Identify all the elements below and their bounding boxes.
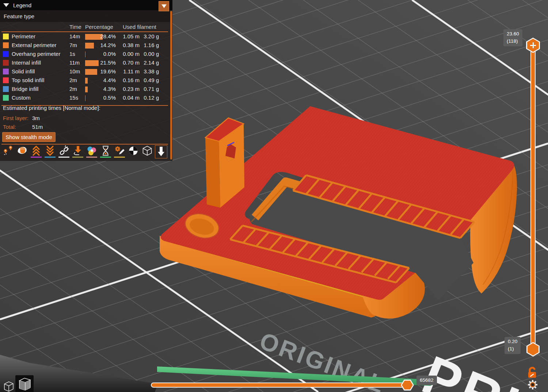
toolbar-icon-deretractions[interactable] xyxy=(44,145,56,158)
feature-time: 14m xyxy=(69,33,80,39)
feature-filament-length: 0.00 m xyxy=(123,51,140,57)
feature-time: 7m xyxy=(69,42,77,48)
feature-percentage-bar xyxy=(85,95,85,101)
feature-filament-length: 1.05 m xyxy=(123,33,140,39)
feature-label: External perimeter xyxy=(12,42,57,48)
estimated-times-heading: Estimated printing times [Normal mode]: xyxy=(3,105,100,111)
legend-toolbar xyxy=(2,145,167,161)
first-layer-label: First layer: xyxy=(3,115,28,121)
feature-color-swatch xyxy=(3,77,9,83)
total-value: 51m xyxy=(32,124,43,130)
icon-underline xyxy=(45,157,56,158)
collapse-triangle-icon[interactable] xyxy=(3,3,9,7)
preview-view-layers-icon[interactable] xyxy=(15,375,34,392)
show-stealth-mode-button[interactable]: Show stealth mode xyxy=(2,132,56,142)
feature-percentage: 4.4% xyxy=(103,77,116,83)
feature-filament-length: 0.16 m xyxy=(123,77,140,83)
legend-row: Custom15s0.5%0.04 m0.12 g xyxy=(0,94,172,103)
bottom-layer-number: (1) xyxy=(508,345,517,353)
feature-percentage-bar xyxy=(85,69,97,75)
toolbar-icon-travel-paths[interactable] xyxy=(2,145,15,156)
feature-label: Internal infill xyxy=(12,59,41,66)
feature-filament-weight: 0.12 g xyxy=(144,95,159,101)
feature-filament-length: 0.04 m xyxy=(123,95,140,101)
legend-row: External perimeter7m14.2%0.38 m1.16 g xyxy=(0,41,172,50)
legend-row: Perimeter14m28.4%1.05 m3.20 g xyxy=(0,32,172,41)
toolbar-icon-tool-changes[interactable] xyxy=(72,145,84,158)
total-label: Total: xyxy=(3,124,16,130)
feature-percentage: 14.2% xyxy=(100,42,116,48)
separator xyxy=(1,31,168,32)
feature-time: 11m xyxy=(69,59,80,66)
top-layer-tooltip: 23.60 (118) xyxy=(503,29,522,46)
icon-underline xyxy=(86,157,97,158)
feature-time: 2m xyxy=(69,86,77,92)
feature-label: Solid infill xyxy=(12,68,35,74)
move-position-value: 65682 xyxy=(420,377,434,384)
plus-icon xyxy=(530,42,536,48)
toolbar-icon-custom-gcodes[interactable] xyxy=(113,145,126,158)
feature-filament-weight: 3.38 g xyxy=(144,68,159,74)
feature-percentage-bar xyxy=(85,87,88,92)
feature-filament-weight: 0.71 g xyxy=(144,86,159,92)
feature-label: Top solid infill xyxy=(12,77,44,83)
toolbar-icon-pause-prints[interactable] xyxy=(99,145,112,158)
feature-percentage-bar xyxy=(85,51,85,57)
toolbar-icon-shells[interactable] xyxy=(141,145,153,156)
feature-filament-length: 1.11 m xyxy=(123,68,140,74)
toolbar-icon-wipe[interactable] xyxy=(16,145,28,156)
feature-color-swatch xyxy=(3,60,9,66)
bottom-layer-tooltip: 0.20 (1) xyxy=(505,337,521,354)
editor-view-cube-icon[interactable] xyxy=(1,379,15,392)
feature-color-swatch xyxy=(3,69,9,74)
feature-color-swatch xyxy=(3,86,9,92)
legend-scrollbar[interactable] xyxy=(170,11,172,160)
legend-row: Overhang perimeter1s0.0%0.00 m0.00 g xyxy=(0,50,172,59)
toolbar-icon-seams[interactable] xyxy=(58,145,70,158)
feature-filament-weight: 3.20 g xyxy=(144,33,159,39)
icon-underline xyxy=(72,157,83,158)
legend-table-rows: Perimeter14m28.4%1.05 m3.20 gExternal pe… xyxy=(0,32,172,103)
feature-color-swatch xyxy=(3,34,9,39)
toolbar-icon-center-of-mass[interactable] xyxy=(127,145,140,156)
layer-slider-track[interactable] xyxy=(530,48,536,348)
feature-percentage: 21.5% xyxy=(100,59,116,66)
feature-filament-length: 0.70 m xyxy=(123,59,140,66)
toolbar-icon-tool-marker[interactable] xyxy=(155,145,167,158)
legend-table-header: Time Percentage Used filament xyxy=(0,23,172,31)
legend-row: Bridge infill2m4.3%0.23 m0.71 g xyxy=(0,85,172,94)
toolbar-icon-color-changes[interactable] xyxy=(85,145,98,158)
top-layer-number: (118) xyxy=(507,38,519,45)
feature-time: 1s xyxy=(69,51,75,57)
feature-percentage: 19.6% xyxy=(100,68,116,74)
icon-underline xyxy=(58,157,69,158)
feature-percentage: 28.4% xyxy=(100,33,116,39)
icon-underline xyxy=(114,157,125,158)
view-type-dropdown-button[interactable] xyxy=(159,1,169,11)
legend-title: Legend xyxy=(13,2,31,8)
header-used-filament: Used filament xyxy=(123,24,156,30)
legend-row: Top solid infill2m4.4%0.16 m0.49 g xyxy=(0,76,172,85)
feature-label: Overhang perimeter xyxy=(12,51,60,57)
legend-titlebar[interactable]: Legend xyxy=(0,0,172,10)
header-percentage: Percentage xyxy=(85,24,113,30)
feature-time: 15s xyxy=(69,95,78,101)
feature-color-swatch xyxy=(3,51,9,57)
icon-underline xyxy=(31,157,42,158)
toolbar-icon-retractions[interactable] xyxy=(30,145,42,158)
view-type-label: Feature type xyxy=(4,13,34,19)
feature-time: 2m xyxy=(69,77,77,83)
feature-label: Bridge infill xyxy=(12,86,38,92)
move-slider-track[interactable] xyxy=(151,383,408,388)
feature-percentage-bar xyxy=(85,43,94,49)
prusaslicer-gcode-preview: ORIGINAL PRUSA xyxy=(0,0,548,392)
settings-gear-icon[interactable] xyxy=(528,380,538,391)
feature-filament-weight: 0.49 g xyxy=(144,77,159,83)
lock-icon[interactable] xyxy=(526,366,537,380)
feature-label: Custom xyxy=(12,95,31,101)
top-layer-height: 23.60 xyxy=(507,30,519,38)
feature-percentage: 0.5% xyxy=(103,95,116,101)
legend-row: Solid infill10m19.6%1.11 m3.38 g xyxy=(0,68,172,76)
header-time: Time xyxy=(69,24,81,30)
first-layer-value: 3m xyxy=(32,115,40,121)
